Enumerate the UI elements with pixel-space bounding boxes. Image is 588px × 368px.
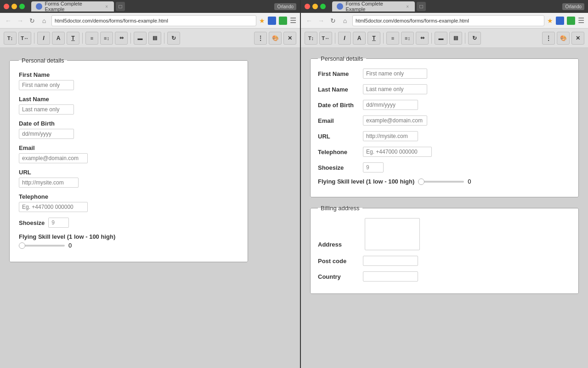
right-tab-close-btn[interactable]: × — [405, 4, 410, 9]
right-toolbar-btn-img[interactable]: ▬ — [435, 32, 447, 45]
left-shoesize-group: Shoesize — [19, 218, 238, 228]
right-postcode-input[interactable] — [363, 256, 418, 266]
right-telephone-input[interactable] — [363, 147, 432, 157]
left-home-btn[interactable]: ⌂ — [40, 16, 49, 25]
left-toolbar-btn-a[interactable]: A — [52, 32, 65, 45]
right-tl-green[interactable] — [320, 4, 326, 9]
left-first-name-input[interactable] — [19, 80, 74, 90]
left-toolbar-btn-i[interactable]: I — [37, 32, 50, 45]
right-url-label: URL — [318, 133, 359, 140]
right-toolbar-btn-2[interactable]: T↔ — [319, 32, 332, 45]
right-billing-form: Address Post code Country — [318, 218, 571, 282]
right-back-btn[interactable]: ← — [305, 16, 314, 25]
left-toolbar-more-btn[interactable]: ⋮ — [254, 32, 267, 45]
right-traffic-lights — [305, 4, 326, 9]
left-title-bar: Forms Complete Example × □ Orlando — [0, 0, 300, 13]
right-last-name-label: Last Name — [318, 86, 359, 93]
left-last-name-label: Last Name — [19, 96, 238, 103]
right-toolbar-btn-1[interactable]: T↕ — [305, 32, 317, 45]
right-toolbar-btn-a[interactable]: A — [353, 32, 366, 45]
right-email-input[interactable] — [363, 115, 427, 126]
left-toolbar-btn-t[interactable]: T — [67, 32, 79, 45]
right-bookmark-icon[interactable]: ★ — [547, 17, 553, 24]
left-dob-input[interactable] — [19, 129, 74, 139]
left-new-tab-btn[interactable]: □ — [116, 2, 125, 11]
left-tl-green[interactable] — [19, 4, 25, 9]
left-toolbar-btn-align[interactable]: ≡ — [85, 32, 98, 45]
left-toolbar-btn-1[interactable]: T↕ — [4, 32, 17, 45]
right-toolbar-btn-arrows[interactable]: ⇔ — [416, 32, 429, 45]
left-tl-yellow[interactable] — [11, 4, 17, 9]
right-reload-btn[interactable]: ↻ — [328, 16, 338, 25]
left-reload-btn[interactable]: ↻ — [28, 16, 37, 25]
left-bookmark-icon[interactable]: ★ — [259, 17, 265, 24]
right-toolbar-more-btn[interactable]: ⋮ — [542, 32, 555, 45]
left-email-input[interactable] — [19, 153, 88, 163]
right-url-input[interactable] — [363, 131, 418, 141]
left-menu-btn[interactable]: ☰ — [290, 16, 296, 25]
right-toolbar-btn-table[interactable]: ▤ — [449, 32, 462, 45]
right-menu-btn[interactable]: ☰ — [578, 16, 584, 25]
right-shoesize-label: Shoesize — [318, 164, 359, 171]
right-toolbar-btn-t[interactable]: T — [368, 32, 380, 45]
left-forward-btn[interactable]: → — [16, 16, 25, 25]
right-shoesize-group: Shoesize — [318, 162, 571, 172]
left-shoesize-input[interactable] — [48, 218, 69, 228]
right-tl-yellow[interactable] — [312, 4, 318, 9]
left-first-name-label: First Name — [19, 71, 238, 78]
left-ext-icon2[interactable] — [279, 17, 287, 25]
right-flying-skill-range[interactable] — [418, 181, 464, 183]
left-dob-group: Date of Birth — [19, 120, 238, 139]
left-telephone-input[interactable] — [19, 202, 88, 212]
left-back-btn[interactable]: ← — [4, 16, 13, 25]
right-tl-red[interactable] — [305, 4, 310, 9]
right-first-name-input[interactable] — [363, 69, 427, 79]
left-tab-icon — [36, 3, 42, 10]
right-toolbar-btn-refresh[interactable]: ↻ — [468, 32, 481, 45]
left-last-name-input[interactable] — [19, 104, 74, 115]
right-country-label: Country — [318, 273, 359, 280]
right-url-bar[interactable]: html5doctor.com/demos/forms/forms-exampl… — [352, 15, 544, 26]
left-flying-skill-group: Flying Skill level (1 low - 100 high) 0 — [19, 233, 238, 249]
right-telephone-group: Telephone — [318, 147, 571, 157]
right-dob-group: Date of Birth — [318, 100, 571, 110]
right-ext-icon1[interactable] — [556, 17, 564, 25]
right-forward-btn[interactable]: → — [317, 16, 326, 25]
right-url-group: URL — [318, 131, 571, 141]
left-ext-icon1[interactable] — [268, 17, 276, 25]
right-dob-input[interactable] — [363, 100, 418, 110]
right-shoesize-input[interactable] — [363, 162, 384, 172]
right-toolbar-close-btn[interactable]: ✕ — [571, 32, 584, 45]
right-flying-skill-label: Flying Skill level (1 low - 100 high) — [318, 178, 414, 185]
right-toolbar-btn-i[interactable]: I — [338, 32, 351, 45]
right-country-input[interactable] — [363, 271, 418, 282]
right-address-group: Address — [318, 218, 571, 250]
right-home-btn[interactable]: ⌂ — [340, 16, 350, 25]
right-new-tab-btn[interactable]: □ — [417, 2, 426, 11]
left-toolbar-btn-img[interactable]: ▬ — [134, 32, 147, 45]
right-tab[interactable]: Forms Complete Example × — [332, 1, 415, 12]
right-last-name-input[interactable] — [363, 84, 427, 94]
right-toolbar-btn-list[interactable]: ≡↕ — [401, 32, 414, 45]
left-toolbar-btn-table[interactable]: ▤ — [148, 32, 161, 45]
left-toolbar-btn-arrows[interactable]: ⇔ — [115, 32, 128, 45]
right-address-textarea[interactable] — [365, 218, 420, 250]
right-personal-details-fieldset: Personal details First Name Last Name Da… — [310, 55, 579, 197]
left-orlando-badge: Orlando — [274, 3, 296, 10]
left-email-group: Email — [19, 144, 238, 163]
left-toolbar-btn-list[interactable]: ≡↕ — [100, 32, 113, 45]
right-toolbar-palette-btn[interactable]: 🎨 — [557, 32, 570, 45]
left-flying-skill-range[interactable] — [19, 245, 65, 247]
left-tl-red[interactable] — [4, 4, 9, 9]
right-toolbar-btn-align[interactable]: ≡ — [386, 32, 399, 45]
left-toolbar-btn-2[interactable]: T↔ — [18, 32, 31, 45]
left-tab[interactable]: Forms Complete Example × — [31, 1, 114, 12]
left-toolbar-close-btn[interactable]: ✕ — [283, 32, 296, 45]
right-ext-icon2[interactable] — [567, 17, 575, 25]
left-toolbar-btn-refresh[interactable]: ↻ — [167, 32, 180, 45]
left-url-bar[interactable]: html5doctor.com/demos/forms/forms-exampl… — [51, 15, 256, 26]
left-tab-close-btn[interactable]: × — [104, 4, 109, 9]
left-dob-label: Date of Birth — [19, 120, 238, 127]
left-url-input[interactable] — [19, 178, 79, 188]
left-toolbar-palette-btn[interactable]: 🎨 — [269, 32, 282, 45]
